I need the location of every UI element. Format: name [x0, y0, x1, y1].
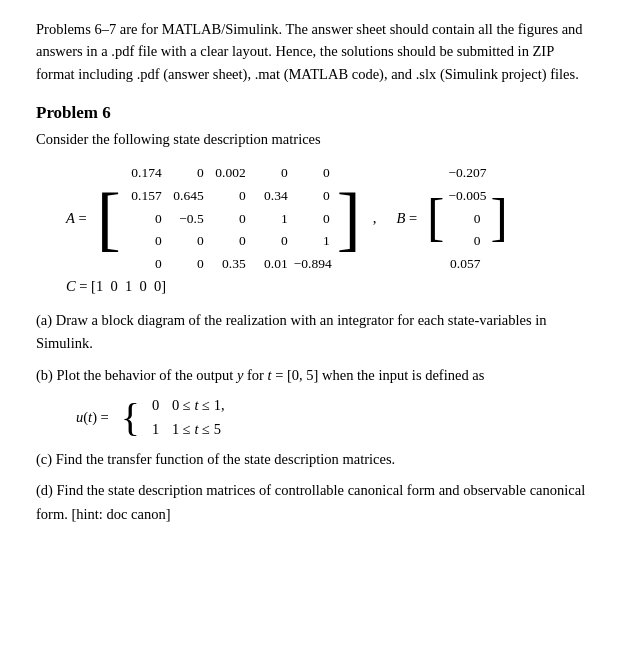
matrix-c-row: C = [1 0 1 0 0]	[66, 278, 586, 295]
matrix-c-text: C = [1 0 1 0 0]	[66, 278, 166, 294]
part-b-text: (b) Plot the behavior of the output y fo…	[36, 367, 484, 383]
a15: 0	[291, 162, 333, 184]
matrix-b-grid: −0.207 −0.005 0 0 0.057	[445, 162, 489, 274]
part-d: (d) Find the state description matrices …	[36, 479, 586, 525]
a42: 0	[165, 230, 207, 252]
a41: 0	[123, 230, 165, 252]
part-c-text: (c) Find the transfer function of the st…	[36, 451, 395, 467]
a31: 0	[123, 208, 165, 230]
matrix-a-row-5: 0 0 0.35 0.01 −0.894	[123, 253, 335, 275]
a32: −0.5	[165, 208, 207, 230]
matrix-a-row-4: 0 0 0 0 1	[123, 230, 335, 252]
matrix-a-row-2: 0.157 0.645 0 0.34 0	[123, 185, 335, 207]
piecewise-cond-2: 1 ≤ t ≤ 5	[172, 419, 221, 441]
b31: 0	[445, 208, 483, 230]
a34: 1	[249, 208, 291, 230]
matrix-b-right-bracket: ]	[490, 192, 507, 244]
part-b: (b) Plot the behavior of the output y fo…	[36, 364, 586, 387]
piecewise-cases: 0 0 ≤ t ≤ 1, 1 1 ≤ t ≤ 5	[152, 395, 225, 441]
a12: 0	[165, 162, 207, 184]
ut-label: u(t) =	[76, 409, 109, 426]
a24: 0.34	[249, 185, 291, 207]
part-c: (c) Find the transfer function of the st…	[36, 448, 586, 471]
matrix-b-row-5: 0.057	[445, 253, 489, 275]
matrix-a: [ 0.174 0 0.002 0 0 0.157 0.645 0 0.34 0…	[97, 162, 361, 274]
matrix-a-row-1: 0.174 0 0.002 0 0	[123, 162, 335, 184]
intro-paragraph: Problems 6–7 are for MATLAB/Simulink. Th…	[36, 18, 586, 85]
a25: 0	[291, 185, 333, 207]
a13: 0.002	[207, 162, 249, 184]
piecewise-val-1: 0	[152, 395, 164, 417]
matrix-a-right-bracket: ]	[337, 182, 361, 254]
piecewise-row-2: 1 1 ≤ t ≤ 5	[152, 419, 225, 441]
consider-text: Consider the following state description…	[36, 131, 586, 148]
a35: 0	[291, 208, 333, 230]
matrix-a-left-bracket: [	[97, 182, 121, 254]
b41: 0	[445, 230, 483, 252]
matrix-a-row-3: 0 −0.5 0 1 0	[123, 208, 335, 230]
a43: 0	[207, 230, 249, 252]
a-label: A =	[66, 210, 87, 227]
piecewise-block: u(t) = { 0 0 ≤ t ≤ 1, 1 1 ≤ t ≤ 5	[76, 395, 586, 441]
part-d-text: (d) Find the state description matrices …	[36, 482, 585, 521]
a14: 0	[249, 162, 291, 184]
piecewise-cond-1: 0 ≤ t ≤ 1,	[172, 395, 225, 417]
matrix-b-row-1: −0.207	[445, 162, 489, 184]
piecewise-val-2: 1	[152, 419, 164, 441]
b-label: B =	[396, 210, 417, 227]
matrix-b-left-bracket: [	[427, 192, 444, 244]
problem-title: Problem 6	[36, 103, 586, 123]
a21: 0.157	[123, 185, 165, 207]
a54: 0.01	[249, 253, 291, 275]
piecewise-brace: {	[121, 398, 140, 438]
b11: −0.207	[445, 162, 489, 184]
part-a: (a) Draw a block diagram of the realizat…	[36, 309, 586, 355]
matrix-b-row-4: 0	[445, 230, 489, 252]
part-a-text: (a) Draw a block diagram of the realizat…	[36, 312, 547, 351]
matrix-b-row-2: −0.005	[445, 185, 489, 207]
a23: 0	[207, 185, 249, 207]
b21: −0.005	[445, 185, 489, 207]
a51: 0	[123, 253, 165, 275]
matrix-b-row-3: 0	[445, 208, 489, 230]
a53: 0.35	[207, 253, 249, 275]
a55: −0.894	[291, 253, 335, 275]
matrix-b: [ −0.207 −0.005 0 0 0.057 ]	[427, 162, 508, 274]
a45: 1	[291, 230, 333, 252]
a44: 0	[249, 230, 291, 252]
b51: 0.057	[445, 253, 483, 275]
a11: 0.174	[123, 162, 165, 184]
matrices-ab-block: A = [ 0.174 0 0.002 0 0 0.157 0.645 0 0.…	[66, 162, 586, 274]
ab-comma: ,	[373, 210, 377, 227]
a52: 0	[165, 253, 207, 275]
piecewise-row-1: 0 0 ≤ t ≤ 1,	[152, 395, 225, 417]
a33: 0	[207, 208, 249, 230]
a22: 0.645	[165, 185, 207, 207]
matrix-a-grid: 0.174 0 0.002 0 0 0.157 0.645 0 0.34 0 0…	[123, 162, 335, 274]
